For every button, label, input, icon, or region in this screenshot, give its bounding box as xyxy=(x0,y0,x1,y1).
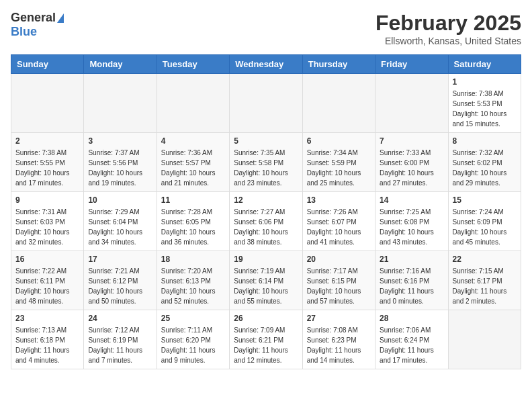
day-info: Sunrise: 7:11 AM Sunset: 6:20 PM Dayligh… xyxy=(161,325,225,365)
calendar-body: 1Sunrise: 7:38 AM Sunset: 5:53 PM Daylig… xyxy=(11,74,521,369)
calendar-cell: 23Sunrise: 7:13 AM Sunset: 6:18 PM Dayli… xyxy=(11,310,84,369)
day-info: Sunrise: 7:34 AM Sunset: 5:59 PM Dayligh… xyxy=(307,148,371,188)
day-info: Sunrise: 7:16 AM Sunset: 6:16 PM Dayligh… xyxy=(380,266,443,306)
day-number: 2 xyxy=(15,136,79,146)
location-subtitle: Ellsworth, Kansas, United States xyxy=(375,36,521,46)
day-number: 26 xyxy=(234,314,298,323)
calendar-cell: 11Sunrise: 7:28 AM Sunset: 6:05 PM Dayli… xyxy=(157,192,229,251)
calendar-cell xyxy=(84,74,157,133)
day-number: 9 xyxy=(15,195,79,205)
calendar-cell: 21Sunrise: 7:16 AM Sunset: 6:16 PM Dayli… xyxy=(375,251,448,310)
calendar-cell: 1Sunrise: 7:38 AM Sunset: 5:53 PM Daylig… xyxy=(448,74,521,133)
day-info: Sunrise: 7:24 AM Sunset: 6:09 PM Dayligh… xyxy=(453,207,517,247)
day-number: 22 xyxy=(453,255,517,264)
day-info: Sunrise: 7:08 AM Sunset: 6:23 PM Dayligh… xyxy=(307,325,371,365)
calendar-week-1: 1Sunrise: 7:38 AM Sunset: 5:53 PM Daylig… xyxy=(11,74,521,133)
calendar-cell xyxy=(302,74,375,133)
month-year-title: February 2025 xyxy=(375,11,521,36)
page-header: General Blue February 2025 Ellsworth, Ka… xyxy=(11,11,521,46)
day-info: Sunrise: 7:36 AM Sunset: 5:57 PM Dayligh… xyxy=(161,148,225,188)
calendar-cell: 7Sunrise: 7:33 AM Sunset: 6:00 PM Daylig… xyxy=(375,133,448,192)
day-info: Sunrise: 7:28 AM Sunset: 6:05 PM Dayligh… xyxy=(161,207,225,247)
day-info: Sunrise: 7:20 AM Sunset: 6:13 PM Dayligh… xyxy=(161,266,225,306)
calendar-cell: 25Sunrise: 7:11 AM Sunset: 6:20 PM Dayli… xyxy=(157,310,229,369)
day-number: 20 xyxy=(307,255,371,264)
calendar-cell: 20Sunrise: 7:17 AM Sunset: 6:15 PM Dayli… xyxy=(302,251,375,310)
calendar-cell xyxy=(375,74,448,133)
calendar-cell: 13Sunrise: 7:26 AM Sunset: 6:07 PM Dayli… xyxy=(302,192,375,251)
calendar-cell: 5Sunrise: 7:35 AM Sunset: 5:58 PM Daylig… xyxy=(230,133,302,192)
calendar-cell: 2Sunrise: 7:38 AM Sunset: 5:55 PM Daylig… xyxy=(11,133,84,192)
calendar-cell: 24Sunrise: 7:12 AM Sunset: 6:19 PM Dayli… xyxy=(84,310,157,369)
day-number: 17 xyxy=(88,255,152,264)
weekday-header-tuesday: Tuesday xyxy=(157,55,229,74)
day-info: Sunrise: 7:06 AM Sunset: 6:24 PM Dayligh… xyxy=(380,325,443,365)
day-number: 27 xyxy=(307,314,371,323)
calendar-cell: 27Sunrise: 7:08 AM Sunset: 6:23 PM Dayli… xyxy=(302,310,375,369)
calendar-cell: 28Sunrise: 7:06 AM Sunset: 6:24 PM Dayli… xyxy=(375,310,448,369)
day-number: 10 xyxy=(88,195,152,205)
calendar-cell: 18Sunrise: 7:20 AM Sunset: 6:13 PM Dayli… xyxy=(157,251,229,310)
day-info: Sunrise: 7:33 AM Sunset: 6:00 PM Dayligh… xyxy=(380,148,443,188)
weekday-header-row: SundayMondayTuesdayWednesdayThursdayFrid… xyxy=(11,55,521,74)
calendar-cell: 17Sunrise: 7:21 AM Sunset: 6:12 PM Dayli… xyxy=(84,251,157,310)
logo-triangle-icon xyxy=(57,13,64,23)
day-number: 23 xyxy=(15,314,79,323)
day-number: 6 xyxy=(307,136,371,146)
calendar-week-4: 16Sunrise: 7:22 AM Sunset: 6:11 PM Dayli… xyxy=(11,251,521,310)
day-info: Sunrise: 7:38 AM Sunset: 5:55 PM Dayligh… xyxy=(15,148,79,188)
day-number: 7 xyxy=(380,136,443,146)
day-number: 14 xyxy=(380,195,443,205)
calendar-cell: 12Sunrise: 7:27 AM Sunset: 6:06 PM Dayli… xyxy=(230,192,302,251)
weekday-header-saturday: Saturday xyxy=(448,55,521,74)
day-info: Sunrise: 7:25 AM Sunset: 6:08 PM Dayligh… xyxy=(380,207,443,247)
logo-blue-text: Blue xyxy=(11,25,37,39)
weekday-header-friday: Friday xyxy=(375,55,448,74)
calendar-cell xyxy=(157,74,229,133)
day-number: 4 xyxy=(161,136,225,146)
calendar-cell: 19Sunrise: 7:19 AM Sunset: 6:14 PM Dayli… xyxy=(230,251,302,310)
calendar-cell xyxy=(11,74,84,133)
day-number: 24 xyxy=(88,314,152,323)
day-info: Sunrise: 7:32 AM Sunset: 6:02 PM Dayligh… xyxy=(453,148,517,188)
calendar-week-2: 2Sunrise: 7:38 AM Sunset: 5:55 PM Daylig… xyxy=(11,133,521,192)
day-number: 16 xyxy=(15,255,79,264)
calendar-week-5: 23Sunrise: 7:13 AM Sunset: 6:18 PM Dayli… xyxy=(11,310,521,369)
day-info: Sunrise: 7:15 AM Sunset: 6:17 PM Dayligh… xyxy=(453,266,517,306)
weekday-header-wednesday: Wednesday xyxy=(230,55,302,74)
day-info: Sunrise: 7:19 AM Sunset: 6:14 PM Dayligh… xyxy=(234,266,298,306)
calendar-cell: 14Sunrise: 7:25 AM Sunset: 6:08 PM Dayli… xyxy=(375,192,448,251)
calendar-header: SundayMondayTuesdayWednesdayThursdayFrid… xyxy=(11,55,521,74)
calendar-cell: 22Sunrise: 7:15 AM Sunset: 6:17 PM Dayli… xyxy=(448,251,521,310)
calendar-cell: 4Sunrise: 7:36 AM Sunset: 5:57 PM Daylig… xyxy=(157,133,229,192)
day-number: 11 xyxy=(161,195,225,205)
day-info: Sunrise: 7:38 AM Sunset: 5:53 PM Dayligh… xyxy=(453,89,517,129)
weekday-header-sunday: Sunday xyxy=(11,55,84,74)
calendar-cell xyxy=(448,310,521,369)
day-number: 8 xyxy=(453,136,517,146)
day-info: Sunrise: 7:12 AM Sunset: 6:19 PM Dayligh… xyxy=(88,325,152,365)
weekday-header-monday: Monday xyxy=(84,55,157,74)
calendar-cell: 8Sunrise: 7:32 AM Sunset: 6:02 PM Daylig… xyxy=(448,133,521,192)
calendar-cell: 9Sunrise: 7:31 AM Sunset: 6:03 PM Daylig… xyxy=(11,192,84,251)
calendar-table: SundayMondayTuesdayWednesdayThursdayFrid… xyxy=(11,54,521,369)
calendar-cell: 6Sunrise: 7:34 AM Sunset: 5:59 PM Daylig… xyxy=(302,133,375,192)
day-number: 1 xyxy=(453,77,517,87)
weekday-header-thursday: Thursday xyxy=(302,55,375,74)
calendar-week-3: 9Sunrise: 7:31 AM Sunset: 6:03 PM Daylig… xyxy=(11,192,521,251)
calendar-cell: 10Sunrise: 7:29 AM Sunset: 6:04 PM Dayli… xyxy=(84,192,157,251)
day-info: Sunrise: 7:29 AM Sunset: 6:04 PM Dayligh… xyxy=(88,207,152,247)
day-info: Sunrise: 7:13 AM Sunset: 6:18 PM Dayligh… xyxy=(15,325,79,365)
day-info: Sunrise: 7:22 AM Sunset: 6:11 PM Dayligh… xyxy=(15,266,79,306)
day-info: Sunrise: 7:35 AM Sunset: 5:58 PM Dayligh… xyxy=(234,148,298,188)
day-number: 13 xyxy=(307,195,371,205)
day-number: 25 xyxy=(161,314,225,323)
day-number: 5 xyxy=(234,136,298,146)
day-info: Sunrise: 7:26 AM Sunset: 6:07 PM Dayligh… xyxy=(307,207,371,247)
day-info: Sunrise: 7:37 AM Sunset: 5:56 PM Dayligh… xyxy=(88,148,152,188)
title-block: February 2025 Ellsworth, Kansas, United … xyxy=(375,11,521,46)
day-number: 3 xyxy=(88,136,152,146)
day-info: Sunrise: 7:09 AM Sunset: 6:21 PM Dayligh… xyxy=(234,325,298,365)
day-number: 21 xyxy=(380,255,443,264)
calendar-cell: 26Sunrise: 7:09 AM Sunset: 6:21 PM Dayli… xyxy=(230,310,302,369)
